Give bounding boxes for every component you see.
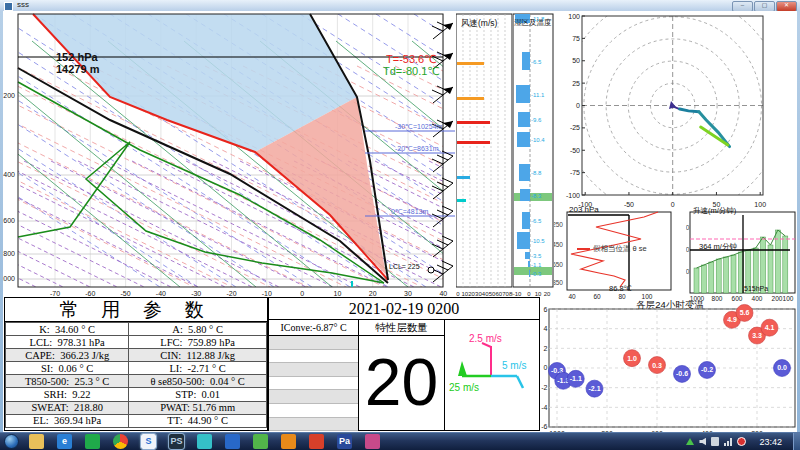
volume-icon[interactable]	[699, 438, 706, 446]
height-line-label-20: -20℃=8631m	[395, 145, 438, 153]
taskbar-icon-internet-explorer[interactable]: e	[57, 434, 72, 449]
moisture-bar	[522, 212, 530, 229]
svg-text:50: 50	[572, 57, 580, 64]
svg-text:4.9: 4.9	[727, 316, 737, 323]
taskbar-icon-chrome[interactable]	[113, 434, 128, 449]
parameter-cell: SWEAT: 218.80	[6, 401, 129, 414]
svg-text:800: 800	[3, 250, 15, 257]
parameter-cell: CIN: 112.88 J/kg	[129, 349, 267, 362]
parameter-cell: LFC: 759.89 hPa	[129, 336, 267, 349]
svg-text:-100: -100	[566, 192, 580, 199]
network-icon[interactable]	[724, 438, 732, 446]
start-button[interactable]	[4, 434, 19, 449]
tray-app-icon[interactable]	[711, 437, 719, 446]
svg-text:-2: -2	[541, 384, 547, 391]
svg-text:-10.4: -10.4	[531, 137, 545, 143]
wind-speed-bar	[457, 176, 470, 179]
taskbar-icon-green-app[interactable]	[85, 434, 100, 449]
parameter-row: T850-500: 25.3 ° Cθ se850-500: 0.04 ° C	[6, 375, 267, 388]
svg-text:600: 600	[686, 224, 690, 231]
tray-status-icon[interactable]	[737, 437, 746, 446]
taskbar-icon-chat-app[interactable]	[197, 434, 212, 449]
wind-speed-bar	[457, 121, 490, 124]
main-content: -70-60-50-40-30-20-100102030402004006008…	[0, 11, 800, 432]
parameter-row: SI: 0.06 ° CLI: -2.71 ° C	[6, 362, 267, 375]
taskbar-icon-pink-app[interactable]	[365, 434, 380, 449]
svg-text:-30: -30	[191, 290, 201, 297]
taskbar-icon-green-app-2[interactable]	[253, 434, 268, 449]
legend-pennant-label: 25 m/s	[449, 382, 479, 393]
legend-half-barb-label: 2.5 m/s	[469, 333, 502, 344]
weather-sounding-app: sss – ▢ ✕ -70-60-50-40-30-20-10010203040…	[0, 0, 800, 450]
taskbar-icon-explorer[interactable]	[29, 434, 44, 449]
wind-column-header: 风速(m/s)	[461, 18, 497, 30]
svg-text:-4: -4	[541, 404, 547, 411]
empty-list-row	[269, 390, 358, 404]
svg-text:-3.5: -3.5	[531, 253, 542, 259]
wind-speed-column: 01020304050607080	[456, 11, 513, 303]
taskbar-clock[interactable]: 23:42	[759, 437, 782, 447]
parameter-row: SRH: 9.22STP: 0.01	[6, 388, 267, 401]
wind-speed-bar	[457, 62, 484, 65]
svg-text:850: 850	[554, 279, 563, 286]
empty-list-row	[269, 377, 358, 391]
svg-text:0: 0	[576, 102, 580, 109]
svg-text:400: 400	[3, 171, 15, 178]
svg-text:1.0: 1.0	[627, 355, 637, 362]
wind-speed-bar	[457, 141, 490, 144]
layers-count-header: 特性层数量	[359, 320, 444, 336]
moisture-bar	[529, 270, 530, 277]
parameter-cell: LCL: 978.31 hPa	[6, 336, 129, 349]
empty-list-row	[269, 404, 358, 418]
taskbar-icon-browser-s[interactable]: S	[141, 434, 156, 449]
taskbar-icon-pa-app[interactable]: Pa	[337, 434, 352, 449]
moisture-bar	[516, 85, 530, 103]
svg-text:-60: -60	[85, 290, 95, 297]
taskbar-icon-red-app[interactable]	[309, 434, 324, 449]
common-parameters-panel: 常 用 参 数 K: 34.60 ° CA: 5.80 ° CLCL: 978.…	[4, 297, 268, 431]
level-height-label: 14279 m	[56, 63, 99, 75]
wind-speed-bar	[457, 97, 484, 100]
ascent-pressure-label: 515hPa	[744, 285, 768, 292]
hodograph-chart: 1007550250-25-50-75-100-100-50050100	[554, 11, 800, 211]
ascent-rate-chart: 1000800600400200100600400200	[686, 205, 800, 307]
taskbar-icon-photoshop[interactable]: PS	[169, 434, 184, 449]
taskbar-icon-globe-app[interactable]	[225, 434, 240, 449]
moisture-bar	[518, 112, 530, 127]
iconve-column: IConve:-6.87° C	[269, 320, 359, 431]
svg-text:0: 0	[544, 364, 548, 371]
parameter-cell: STP: 0.01	[129, 388, 267, 401]
lcl-marker	[428, 267, 434, 273]
show-desktop-button[interactable]	[793, 433, 800, 450]
layers-count-value: 20	[359, 336, 444, 428]
taskbar-icon-orange-app[interactable]	[281, 434, 296, 449]
layers-column: 特性层数量 20	[359, 320, 445, 431]
svg-text:200: 200	[3, 92, 15, 99]
svg-text:10: 10	[334, 290, 342, 297]
svg-text:0.0: 0.0	[777, 364, 787, 371]
moisture-bar	[520, 189, 530, 201]
theta-value-label: 86.8℃	[609, 284, 632, 293]
svg-text:-2.1: -2.1	[588, 385, 600, 392]
ascent-chart-title: 升速(m/分钟)	[693, 206, 736, 216]
moisture-column-header: 湿区及温度	[514, 18, 553, 28]
wind-speed-bar	[457, 199, 466, 202]
svg-text:-8.3: -8.3	[531, 193, 542, 199]
svg-text:-10.5: -10.5	[531, 238, 545, 244]
iconve-value: IConve:-6.87° C	[269, 320, 358, 336]
legend-line-icon	[577, 248, 590, 250]
tray-triangle-icon[interactable]	[686, 438, 694, 445]
svg-text:-6.5: -6.5	[531, 218, 542, 224]
moisture-bar	[517, 232, 530, 249]
svg-text:75: 75	[572, 35, 580, 42]
sounding-datetime: 2021-02-19 0200	[269, 298, 539, 320]
svg-text:-6: -6	[541, 423, 547, 430]
parameter-cell: θ se850-500: 0.04 ° C	[129, 375, 267, 388]
parameter-cell: PWAT: 51.76 mm	[129, 401, 267, 414]
svg-text:-9.6: -9.6	[531, 117, 542, 123]
svg-text:450: 450	[554, 241, 563, 248]
empty-list-row	[269, 363, 358, 377]
svg-text:20: 20	[369, 290, 377, 297]
parameter-row: K: 34.60 ° CA: 5.80 ° C	[6, 323, 267, 336]
svg-text:30: 30	[404, 290, 412, 297]
